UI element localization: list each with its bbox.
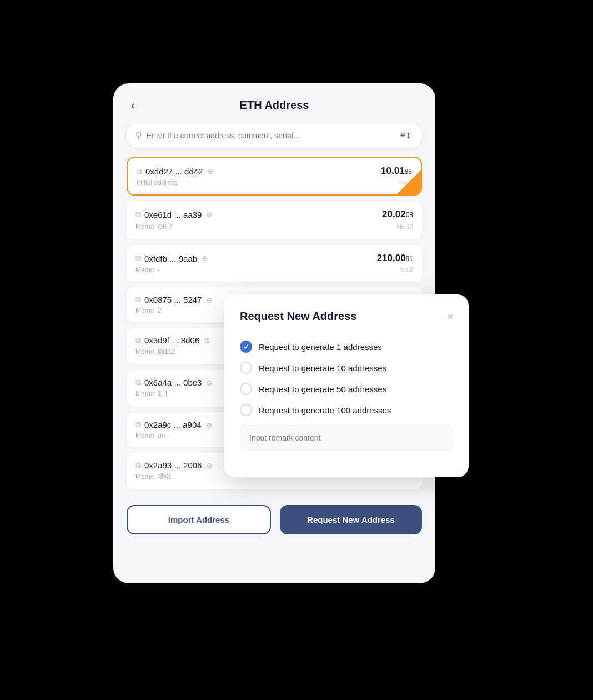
search-address-icon[interactable]: ⊕ (204, 336, 210, 345)
copy-icon[interactable]: ⧉ (135, 295, 141, 304)
app-container: ‹ ETH Address ⚲ ≡↕ ⧉ 0xdd27 ... dd42 ⊕ 1… (113, 83, 480, 617)
no-badge: No.10 (397, 223, 413, 230)
amount: 210.0091 (377, 253, 413, 264)
back-button[interactable]: ‹ (127, 97, 139, 114)
address-text: 0xfdfb ... 9aab (144, 254, 197, 263)
bottom-buttons: Import Address Request New Address (127, 505, 422, 534)
copy-icon[interactable]: ⧉ (135, 461, 141, 470)
address-text: 0x0875 ... 5247 (144, 295, 202, 304)
filter-button[interactable]: ≡↕ (398, 128, 413, 142)
amount-sub: 08 (406, 211, 413, 219)
request-new-address-button[interactable]: Request New Address (280, 505, 422, 534)
amount-main: 20.02 (382, 209, 406, 219)
search-address-icon[interactable]: ⊕ (206, 210, 213, 219)
memo-text: Memo: OK了 (135, 222, 174, 232)
search-address-icon[interactable]: ⊕ (206, 296, 213, 304)
radio-option[interactable]: Request to generate 1 addresses (240, 336, 453, 357)
memo-text: Memo: uu (135, 432, 165, 439)
search-bar: ⚲ ≡↕ (127, 123, 422, 148)
amount: 20.0208 (382, 209, 413, 220)
memo-text: Memo: - (135, 266, 160, 274)
radio-circle (240, 383, 252, 395)
header: ‹ ETH Address (127, 99, 422, 112)
dialog-close-button[interactable]: × (447, 312, 453, 322)
copy-icon[interactable]: ⧉ (137, 167, 142, 176)
search-address-icon[interactable]: ⊕ (202, 254, 208, 263)
page-title: ETH Address (240, 99, 309, 112)
memo-text: Initial address (137, 179, 178, 187)
copy-icon[interactable]: ⧉ (135, 254, 141, 263)
search-input[interactable] (147, 131, 398, 140)
address-text: 0x2a93 ... 2006 (144, 461, 202, 470)
radio-label: Request to generate 50 addresses (259, 384, 386, 394)
remark-input[interactable] (240, 425, 453, 451)
address-text: 0xdd27 ... dd42 (145, 167, 203, 176)
radio-label: Request to generate 1 addresses (259, 342, 382, 352)
copy-icon[interactable]: ⧉ (135, 378, 141, 387)
search-address-icon[interactable]: ⊕ (206, 421, 213, 429)
address-card[interactable]: ⧉ 0xdd27 ... dd42 ⊕ 10.0188 Initial addr… (127, 157, 422, 196)
memo-text: Memo: 哦哦 (135, 472, 171, 482)
search-address-icon[interactable]: ⊕ (206, 378, 213, 387)
radio-circle (240, 404, 252, 416)
radio-circle (240, 341, 252, 353)
address-text: 0xe61d ... aa39 (144, 210, 202, 219)
amount-sub: 91 (406, 255, 413, 263)
radio-circle (240, 362, 252, 374)
address-text: 0x3d9f ... 8d06 (144, 336, 199, 345)
dialog-options: Request to generate 1 addresses Request … (240, 336, 453, 421)
radio-option[interactable]: Request to generate 50 addresses (240, 378, 453, 399)
radio-option[interactable]: Request to generate 100 addresses (240, 399, 453, 421)
corner-triangle (396, 170, 421, 194)
dialog-overlay: Request New Address × Request to generat… (224, 294, 469, 477)
radio-option[interactable]: Request to generate 10 addresses (240, 357, 453, 378)
import-address-button[interactable]: Import Address (127, 505, 271, 534)
memo-text: Memo: 新1 (135, 389, 168, 399)
address-text: 0x6a4a ... 0be3 (144, 378, 202, 387)
request-new-address-dialog: Request New Address × Request to generat… (224, 294, 469, 477)
copy-icon[interactable]: ⧉ (135, 210, 141, 219)
dialog-title: Request New Address (240, 310, 356, 323)
memo-text: Memo: 2 (135, 307, 162, 314)
copy-icon[interactable]: ⧉ (135, 420, 141, 429)
no-badge: No.2 (400, 266, 413, 273)
radio-label: Request to generate 10 addresses (259, 363, 386, 373)
memo-text: Memo: 圆112 (135, 347, 175, 357)
dialog-header: Request New Address × (240, 310, 453, 323)
amount-main: 210.00 (377, 253, 406, 263)
address-card[interactable]: ⧉ 0xfdfb ... 9aab ⊕ 210.0091 Memo: - No.… (127, 245, 422, 282)
copy-icon[interactable]: ⧉ (135, 336, 141, 345)
radio-label: Request to generate 100 addresses (259, 406, 391, 415)
search-address-icon[interactable]: ⊕ (207, 167, 214, 176)
address-card[interactable]: ⧉ 0xe61d ... aa39 ⊕ 20.0208 Memo: OK了 No… (127, 201, 422, 239)
search-address-icon[interactable]: ⊕ (206, 461, 213, 470)
search-icon: ⚲ (135, 130, 142, 141)
address-text: 0x2a9c ... a904 (144, 420, 202, 429)
